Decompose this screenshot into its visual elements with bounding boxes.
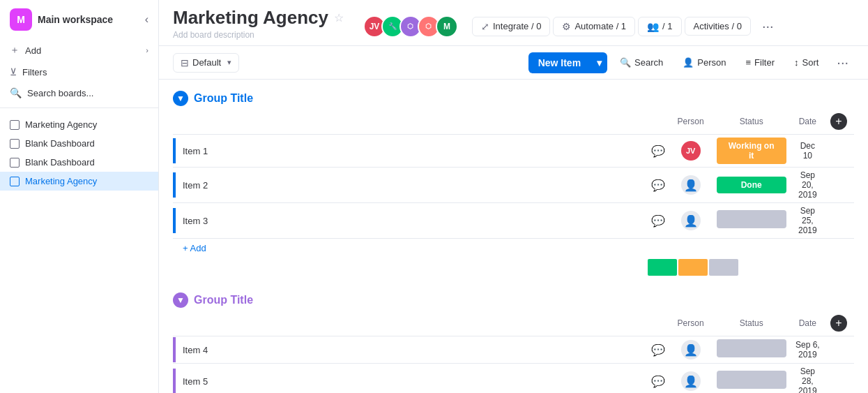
row-action-cell bbox=[823, 203, 854, 239]
item-name[interactable]: Item 4 bbox=[176, 339, 646, 361]
group-2-collapse-button[interactable]: ▼ bbox=[173, 292, 188, 308]
table-icon: ⊟ bbox=[181, 57, 189, 68]
header-more-icon[interactable]: ··· bbox=[756, 15, 779, 37]
sidebar-search-action[interactable]: 🔍 Search boards... bbox=[0, 82, 158, 103]
table-row: Item 3 💬 👤 Sep 25, 2019 bbox=[173, 203, 854, 239]
item-name[interactable]: Item 3 bbox=[176, 210, 646, 232]
comment-icon[interactable]: 💬 bbox=[646, 338, 671, 362]
sidebar-header: M Main workspace ‹ bbox=[0, 0, 158, 39]
sort-button[interactable]: ↕ Sort bbox=[787, 54, 825, 71]
status-badge-empty[interactable] bbox=[717, 339, 786, 357]
comment-icon[interactable]: 💬 bbox=[646, 173, 671, 198]
person-cell: 👤 bbox=[671, 168, 711, 203]
sidebar-item-label: Blank Dashboard bbox=[25, 138, 95, 149]
top-header: Marketing Agency ☆ Add board description… bbox=[159, 0, 868, 46]
item-name[interactable]: Item 5 bbox=[176, 371, 646, 392]
search-button[interactable]: 🔍 Search bbox=[613, 54, 670, 71]
status-cell[interactable]: Working on it bbox=[711, 135, 792, 168]
sidebar-add-action[interactable]: ＋ Add › bbox=[0, 39, 158, 61]
new-item-caret-icon[interactable]: ▾ bbox=[591, 52, 607, 73]
integrate-icon: ⤢ bbox=[481, 21, 489, 32]
search-label: Search bbox=[634, 57, 663, 68]
board-icon bbox=[10, 120, 20, 130]
summary-bar-empty bbox=[709, 259, 738, 276]
status-cell[interactable] bbox=[711, 364, 792, 394]
date-cell[interactable]: Dec 10 bbox=[792, 135, 823, 168]
status-cell[interactable] bbox=[711, 203, 792, 239]
members-button[interactable]: 👥 / 1 bbox=[638, 17, 681, 36]
view-selector[interactable]: ⊟ Default ▾ bbox=[173, 53, 239, 73]
group-2-header: ▼ Group Title bbox=[173, 292, 854, 308]
comment-icon[interactable]: 💬 bbox=[646, 369, 671, 394]
new-item-button[interactable]: New Item ▾ bbox=[528, 52, 607, 73]
add-column-button[interactable]: + bbox=[830, 315, 847, 332]
group-1-collapse-button[interactable]: ▼ bbox=[173, 91, 188, 106]
person-avatar-empty[interactable]: 👤 bbox=[681, 340, 701, 359]
row-action-cell bbox=[823, 135, 854, 168]
summary-bar-done bbox=[648, 259, 677, 276]
item-name[interactable]: Item 2 bbox=[176, 175, 646, 196]
automate-button[interactable]: ⚙ Automate / 1 bbox=[553, 17, 635, 36]
sidebar-item-marketing2[interactable]: Marketing Agency bbox=[0, 172, 158, 191]
sort-icon: ↕ bbox=[794, 57, 799, 68]
table-row: Item 2 💬 👤 Done Sep 20, 2019 bbox=[173, 168, 854, 203]
group-1: ▼ Group Title Person Status Date + bbox=[173, 91, 854, 276]
sidebar-item-blank1[interactable]: Blank Dashboard bbox=[0, 134, 158, 153]
sidebar-collapse-button[interactable]: ‹ bbox=[145, 13, 149, 26]
star-icon[interactable]: ☆ bbox=[334, 11, 344, 24]
item-name-cell: Item 1 💬 bbox=[173, 135, 671, 168]
group-1-table: Person Status Date + Ite bbox=[173, 109, 854, 239]
person-cell: 👤 bbox=[671, 336, 711, 364]
filter-button[interactable]: ≡ Filter bbox=[739, 54, 782, 71]
col-date-header: Date bbox=[792, 311, 823, 336]
group-1-summary bbox=[173, 259, 854, 276]
integrate-button[interactable]: ⤢ Integrate / 0 bbox=[472, 17, 550, 36]
workspace-title: Main workspace bbox=[38, 14, 113, 25]
toolbar-more-icon[interactable]: ··· bbox=[831, 52, 854, 73]
chevron-down-icon: ▾ bbox=[227, 58, 231, 67]
person-avatar-empty[interactable]: 👤 bbox=[681, 175, 701, 195]
person-avatar[interactable]: JV bbox=[681, 141, 701, 161]
date-cell[interactable]: Sep 25, 2019 bbox=[792, 203, 823, 239]
date-cell[interactable]: Sep 28, 2019 bbox=[792, 364, 823, 394]
add-row-label: + Add bbox=[183, 243, 206, 253]
add-label: Add bbox=[25, 45, 41, 56]
table-row: Item 4 💬 👤 Sep 6, 2019 bbox=[173, 336, 854, 364]
status-cell[interactable] bbox=[711, 336, 792, 364]
board-icon bbox=[10, 139, 20, 149]
board-description[interactable]: Add board description bbox=[173, 30, 352, 45]
summary-bar-working bbox=[678, 259, 708, 276]
activities-button[interactable]: Activities / 0 bbox=[685, 17, 751, 36]
item-name-cell: Item 3 💬 bbox=[173, 203, 671, 239]
sidebar: M Main workspace ‹ ＋ Add › ⊻ Filters 🔍 S… bbox=[0, 0, 159, 393]
filter-label: Filter bbox=[754, 57, 775, 68]
col-date-header: Date bbox=[792, 109, 823, 135]
sidebar-item-label: Blank Dashboard bbox=[25, 157, 95, 168]
person-cell: JV bbox=[671, 135, 711, 168]
person-avatar-empty[interactable]: 👤 bbox=[681, 371, 701, 391]
board-title: Marketing Agency bbox=[173, 7, 328, 29]
search-icon: 🔍 bbox=[620, 57, 631, 68]
person-button[interactable]: 👤 Person bbox=[676, 54, 733, 71]
person-avatar-empty[interactable]: 👤 bbox=[681, 211, 701, 230]
add-column-button[interactable]: + bbox=[830, 113, 847, 130]
date-cell[interactable]: Sep 6, 2019 bbox=[792, 336, 823, 364]
sidebar-item-blank2[interactable]: Blank Dashboard bbox=[0, 153, 158, 172]
comment-icon[interactable]: 💬 bbox=[646, 139, 671, 163]
col-status-header: Status bbox=[711, 311, 792, 336]
group-1-header: ▼ Group Title bbox=[173, 91, 854, 106]
status-cell[interactable]: Done bbox=[711, 168, 792, 203]
sidebar-item-label: Marketing Agency bbox=[25, 176, 97, 186]
table-row: Item 5 💬 👤 Sep 28, 2019 bbox=[173, 364, 854, 394]
sidebar-filters-action[interactable]: ⊻ Filters bbox=[0, 61, 158, 82]
status-badge[interactable]: Working on it bbox=[717, 138, 786, 164]
status-badge-empty[interactable] bbox=[717, 371, 786, 389]
comment-icon[interactable]: 💬 bbox=[646, 209, 671, 233]
item-name[interactable]: Item 1 bbox=[176, 140, 646, 162]
status-badge[interactable]: Done bbox=[717, 177, 786, 193]
add-row-button[interactable]: + Add bbox=[173, 239, 854, 258]
status-badge-empty[interactable] bbox=[717, 210, 786, 228]
date-cell[interactable]: Sep 20, 2019 bbox=[792, 168, 823, 203]
plus-icon: ＋ bbox=[10, 44, 20, 57]
sidebar-item-marketing1[interactable]: Marketing Agency bbox=[0, 115, 158, 134]
